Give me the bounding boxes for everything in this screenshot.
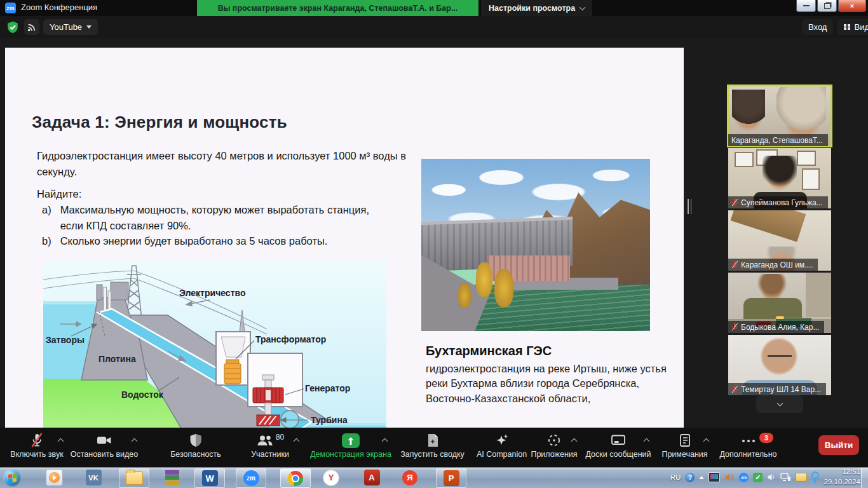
apps-button[interactable]: Приложения [529, 431, 580, 459]
taskbar-explorer[interactable] [119, 468, 149, 488]
volume-orange-icon[interactable] [724, 473, 735, 482]
taskbar-word[interactable]: W [194, 468, 225, 488]
key-tray-icon[interactable] [811, 471, 819, 479]
taskbar-chrome[interactable] [280, 468, 311, 488]
restore-button[interactable] [817, 0, 837, 12]
certificate [735, 152, 754, 167]
whiteboards-button[interactable]: Доски сообщений [583, 431, 653, 459]
language-indicator[interactable]: RU [670, 473, 681, 481]
minimize-icon [803, 5, 810, 6]
hydro-plant-diagram: Электричество Затворы Плотина Трансформа… [43, 261, 386, 428]
item-a-text: Максимальную мощность, которую может выр… [60, 202, 385, 234]
participants-count: 80 [276, 433, 284, 442]
view-settings-label: Настройки просмотра [489, 4, 575, 13]
taskbar-vk[interactable]: VK [79, 468, 108, 487]
list-item-a: a) Максимальную мощность, которую может … [42, 202, 385, 234]
taskbar-winrar[interactable] [158, 468, 187, 487]
taskbar-media-player[interactable] [39, 468, 69, 487]
participant-video [743, 298, 802, 320]
acrobat-icon: A [364, 470, 380, 485]
photo-tree [494, 269, 513, 307]
stop-video-button[interactable]: Остановить видео [69, 431, 140, 459]
system-tray: RU ? zm ✓ 12:51 29.10.2024 [670, 468, 860, 487]
diagram-label-generator: Генератор [305, 383, 350, 393]
notes-icon [678, 431, 692, 448]
unmute-button[interactable]: Включить звук [5, 431, 69, 459]
certificate [802, 168, 820, 190]
window-title: Zoom Конференция [21, 3, 97, 12]
window-controls: × [796, 0, 866, 12]
diagram-label-dam: Плотина [98, 354, 136, 364]
signin-label: Вход [808, 22, 827, 32]
video-tile[interactable]: Караганда ОШ им.... [728, 210, 831, 271]
minimize-button[interactable] [796, 0, 816, 12]
ai-companion-button[interactable]: AI Companion [471, 431, 532, 459]
video-tile-active-speaker[interactable]: Караганда, СтепашоваТ... [728, 86, 831, 146]
muted-mic-icon [731, 323, 738, 331]
security-button[interactable]: Безопасность [164, 431, 227, 459]
photo-tree [476, 262, 492, 297]
muted-mic-icon [731, 198, 738, 207]
find-label: Найдите: [37, 186, 385, 202]
signin-button[interactable]: Вход [802, 19, 833, 35]
view-label: Вид [855, 22, 868, 32]
volume-tray-icon[interactable] [767, 473, 776, 482]
video-tile[interactable]: Темиртау ШЛ 14 Вар... [728, 335, 831, 395]
participant-name: Караганда, СтепашоваТ... [731, 136, 823, 145]
share-screen-label: Демонстрация экрана [310, 450, 391, 459]
notes-label: Примечания [661, 450, 707, 459]
summary-button[interactable]: Запустить сводку [399, 431, 466, 459]
apps-label: Приложения [531, 450, 577, 459]
photo-tree [458, 283, 471, 308]
share-screen-button[interactable]: Демонстрация экрана [306, 431, 395, 459]
participants-button[interactable]: 80 Участники [241, 431, 299, 459]
participant-name: Бодыкова Алия, Кар... [741, 323, 819, 332]
taskbar-powerpoint[interactable]: P [436, 468, 466, 488]
display-tray-icon[interactable] [709, 472, 720, 482]
meeting-menu-bar: YouTube Вход Вид [0, 16, 868, 38]
shared-screen-slide: Задача 1: Энергия и мощность Гидроэлектр… [5, 48, 684, 428]
taskbar-yandex-browser[interactable]: Y [316, 468, 346, 487]
taskbar-acrobat[interactable]: A [357, 468, 386, 487]
notification-badge: 3 [759, 433, 773, 443]
leave-button[interactable]: Выйти [818, 435, 859, 455]
shield-check-icon [6, 20, 20, 34]
view-settings-dropdown[interactable]: Настройки просмотра [481, 0, 592, 16]
antivirus-tray-icon[interactable]: ✓ [753, 473, 763, 482]
participant-name-badge: Бодыкова Алия, Кар... [728, 321, 824, 333]
view-mode-button[interactable]: Вид [837, 19, 868, 35]
taskbar-clock[interactable]: 12:51 29.10.2024 [824, 467, 860, 487]
screen-share-banner: Вы просматриваете экран Караганда, Степа… [197, 0, 478, 16]
photo-caption-text: гидроэлектростанция на реке Иртыш, ниже … [426, 362, 668, 406]
start-button[interactable] [3, 469, 21, 487]
participant-name-badge: Караганда, СтепашоваТ... [728, 134, 828, 146]
taskbar-yandex[interactable]: Я [395, 468, 424, 487]
ai-companion-label: AI Companion [477, 450, 527, 459]
participant-name: Сулейманова Гульжа... [741, 198, 823, 207]
participant-video [763, 156, 797, 195]
zoom-tray-icon[interactable]: zm [739, 473, 749, 482]
youtube-stream-button[interactable]: YouTube [43, 19, 98, 35]
diagram-label-transformer: Трансформатор [255, 334, 326, 344]
close-icon: × [850, 3, 854, 10]
folder-tray-icon[interactable] [796, 473, 807, 482]
summary-doc-icon [426, 431, 440, 448]
more-button[interactable]: Дополнительно 3 [718, 431, 778, 459]
live-stream-button[interactable] [24, 19, 39, 35]
security-shield-button[interactable] [5, 19, 20, 35]
slide-problem-text: Гидроэлектростанция имеет высоту 40 метр… [37, 148, 418, 180]
chevron-down-icon [776, 400, 783, 407]
shield-icon [188, 431, 203, 448]
meeting-toolbar: Включить звук Остановить видео Безопасно… [0, 428, 868, 467]
notes-button[interactable]: Примечания [658, 431, 712, 459]
show-hidden-icons[interactable] [699, 476, 704, 479]
network-tray-icon[interactable] [780, 473, 791, 482]
video-tile[interactable]: Сулейманова Гульжа... [728, 148, 831, 208]
close-button[interactable]: × [838, 0, 866, 12]
video-tile[interactable]: Бодыкова Алия, Кар... [728, 273, 831, 333]
help-tray-icon[interactable]: ? [685, 473, 695, 482]
panel-resize-handle[interactable] [688, 199, 693, 214]
show-desktop-button[interactable] [861, 468, 868, 488]
more-participants-button[interactable] [756, 395, 803, 413]
taskbar-zoom[interactable]: zm [236, 468, 266, 488]
